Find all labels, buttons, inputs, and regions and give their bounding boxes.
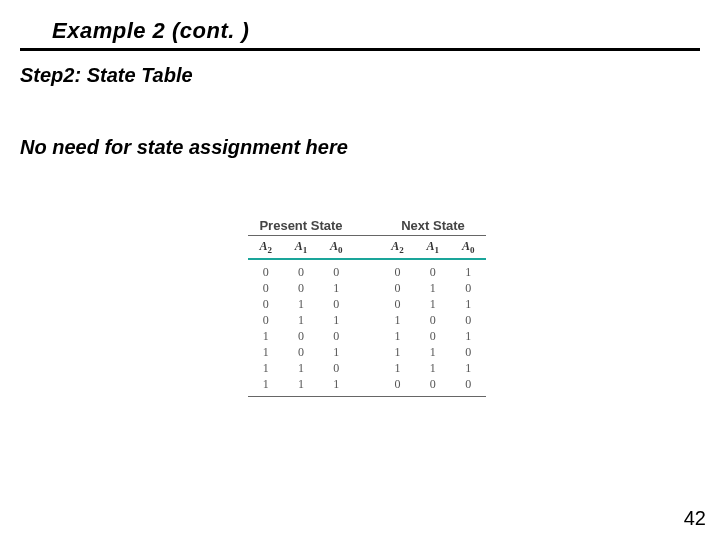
- title-rule: [20, 48, 700, 51]
- col-a2-present: A2: [248, 239, 283, 255]
- table-cell: 0: [319, 264, 354, 280]
- table-cell: 0: [283, 344, 318, 360]
- table-cell: 0: [283, 280, 318, 296]
- row-gap: [354, 264, 380, 280]
- table-cell: 0: [248, 312, 283, 328]
- table-cell: 1: [380, 360, 415, 376]
- col-a0-next: A0: [450, 239, 485, 255]
- table-cell: 0: [415, 328, 450, 344]
- table-cell: 0: [380, 296, 415, 312]
- table-cell: 1: [415, 360, 450, 376]
- group-next-state: Next State: [380, 218, 486, 233]
- table-cell: 0: [415, 312, 450, 328]
- table-row: 000001: [248, 264, 486, 280]
- table-row: 111000: [248, 376, 486, 392]
- row-gap: [354, 280, 380, 296]
- table-cell: 0: [283, 328, 318, 344]
- table-body: 0000010010100100110111001001011011101101…: [248, 264, 486, 392]
- table-cell: 1: [319, 280, 354, 296]
- note-text: No need for state assignment here: [20, 136, 348, 159]
- table-row: 110111: [248, 360, 486, 376]
- table-row: 100101: [248, 328, 486, 344]
- row-gap: [354, 344, 380, 360]
- table-row: 001010: [248, 280, 486, 296]
- row-gap: [354, 296, 380, 312]
- table-row: 010011: [248, 296, 486, 312]
- table-cell: 1: [415, 296, 450, 312]
- group-present-state: Present State: [248, 218, 354, 233]
- table-cell: 0: [380, 264, 415, 280]
- table-row: 101110: [248, 344, 486, 360]
- table-cell: 0: [248, 296, 283, 312]
- table-cell: 0: [380, 280, 415, 296]
- row-gap: [354, 312, 380, 328]
- table-cell: 1: [415, 344, 450, 360]
- table-cell: 1: [283, 360, 318, 376]
- table-cell: 0: [450, 344, 485, 360]
- table-cell: 1: [283, 376, 318, 392]
- table-group-header: Present State Next State: [248, 218, 486, 233]
- table-cell: 1: [248, 328, 283, 344]
- col-a1-present: A1: [283, 239, 318, 255]
- table-row: 011100: [248, 312, 486, 328]
- table-cell: 0: [415, 376, 450, 392]
- table-cell: 1: [248, 376, 283, 392]
- table-cell: 0: [450, 280, 485, 296]
- table-cell: 0: [283, 264, 318, 280]
- table-cell: 1: [283, 312, 318, 328]
- table-cell: 0: [319, 328, 354, 344]
- table-cell: 0: [450, 312, 485, 328]
- table-cell: 1: [415, 280, 450, 296]
- table-cell: 0: [380, 376, 415, 392]
- table-cell: 0: [248, 264, 283, 280]
- group-rule: [248, 235, 486, 236]
- table-cell: 1: [319, 312, 354, 328]
- table-cell: 0: [415, 264, 450, 280]
- table-cell: 1: [319, 376, 354, 392]
- slide-title: Example 2 (cont. ): [52, 18, 249, 44]
- table-cell: 0: [450, 376, 485, 392]
- table-cell: 1: [319, 344, 354, 360]
- table-cell: 1: [248, 344, 283, 360]
- group-gap: [354, 218, 380, 233]
- end-rule: [248, 396, 486, 397]
- table-cell: 1: [450, 264, 485, 280]
- col-gap: [354, 239, 380, 255]
- table-cell: 1: [248, 360, 283, 376]
- table-cell: 1: [380, 312, 415, 328]
- row-gap: [354, 328, 380, 344]
- col-a0-present: A0: [319, 239, 354, 255]
- column-rule: [248, 258, 486, 260]
- page-number: 42: [684, 507, 706, 530]
- table-cell: 1: [450, 360, 485, 376]
- table-cell: 0: [248, 280, 283, 296]
- table-cell: 1: [380, 328, 415, 344]
- table-cell: 1: [450, 296, 485, 312]
- col-a2-next: A2: [380, 239, 415, 255]
- step-heading: Step2: State Table: [20, 64, 193, 87]
- row-gap: [354, 376, 380, 392]
- table-cell: 1: [380, 344, 415, 360]
- table-cell: 0: [319, 296, 354, 312]
- col-a1-next: A1: [415, 239, 450, 255]
- state-table: Present State Next State A2 A1 A0 A2 A1 …: [248, 218, 486, 397]
- table-cell: 0: [319, 360, 354, 376]
- row-gap: [354, 360, 380, 376]
- table-cell: 1: [450, 328, 485, 344]
- table-cell: 1: [283, 296, 318, 312]
- table-column-header: A2 A1 A0 A2 A1 A0: [248, 239, 486, 255]
